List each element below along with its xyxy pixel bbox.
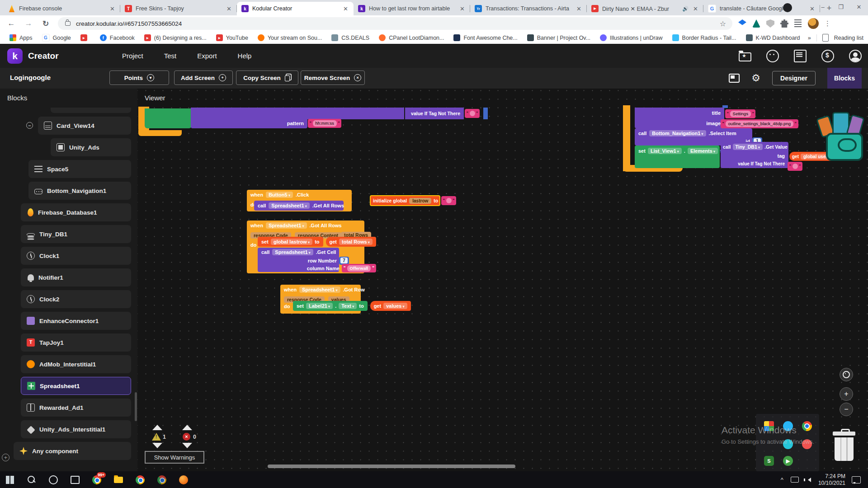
extension-icon[interactable] xyxy=(766,19,774,28)
bookmark-item[interactable]: Illustrations | unDraw xyxy=(600,34,663,41)
show-warnings-button[interactable]: Show Warnings xyxy=(145,451,204,464)
menu-item[interactable]: Export xyxy=(197,52,217,60)
browser-tab[interactable]: Transactions: Transactions - Airta 🔊 ✕ xyxy=(470,2,587,15)
browser-tab[interactable]: Dirty Nano ✕ EMAA - Zbur 🔊 ✕ xyxy=(587,2,703,15)
text-block-empty[interactable] xyxy=(441,196,456,205)
text-value[interactable]: Settings xyxy=(730,111,751,117)
block-clipped-purple[interactable] xyxy=(191,108,404,119)
bookmark-item[interactable] xyxy=(80,34,90,41)
desktop-icon-play[interactable]: ▶ xyxy=(783,456,793,466)
media-queue-icon[interactable] xyxy=(794,19,802,28)
block-init-global-lastrow[interactable]: initialize global lastrow to xyxy=(370,195,440,206)
component-item[interactable]: Notifier1 xyxy=(21,268,131,286)
forward-button[interactable]: → xyxy=(23,18,34,29)
bookmark-item[interactable]: Apps xyxy=(9,34,33,41)
component-item[interactable]: Bottom_Navigation1 xyxy=(28,182,131,200)
tab-close-icon[interactable]: ✕ xyxy=(459,5,466,12)
text-value[interactable]: Offerwall xyxy=(347,265,371,272)
zoom-out-button[interactable]: − xyxy=(840,403,853,416)
bookmark-item[interactable]: (6) Designing a res... xyxy=(144,34,207,41)
block-get-totalrows[interactable]: get total Rows xyxy=(326,237,376,247)
bookmark-star-icon[interactable]: ☆ xyxy=(720,19,726,28)
component-item[interactable]: Spreadsheet1 xyxy=(21,377,131,395)
component-dropdown[interactable]: List_View1 xyxy=(648,148,682,154)
number-block[interactable]: 7 xyxy=(339,257,349,265)
component-item[interactable]: Unity_Ads xyxy=(51,138,131,156)
kodular-logo[interactable]: k xyxy=(7,48,23,64)
blocks-canvas[interactable]: Viewer pattern hh:mm:ss value If Tag Not… xyxy=(137,89,868,471)
tray-expand-icon[interactable]: ^ xyxy=(781,476,783,483)
block-call-getallrows[interactable]: call Spreadsheet1 .Get All Rows xyxy=(254,201,344,211)
property-dropdown[interactable]: Text xyxy=(339,303,357,309)
bookmark-item[interactable]: Font Awesome Che... xyxy=(453,34,517,41)
chrome-icon-2[interactable] xyxy=(156,474,167,485)
extension-icon[interactable] xyxy=(752,19,760,28)
component-item[interactable]: Unity_Ads_Interstitial1 xyxy=(21,420,131,438)
text-block-offerwall[interactable]: Offerwall xyxy=(342,264,376,272)
component-item[interactable]: Rewarded_Ad1 xyxy=(21,399,131,417)
back-button[interactable]: ← xyxy=(5,18,17,29)
cortana-icon[interactable] xyxy=(48,474,59,485)
extensions-puzzle-icon[interactable] xyxy=(780,19,788,28)
component-item[interactable]: Tiny_DB1 xyxy=(21,225,131,243)
start-button[interactable] xyxy=(5,474,15,485)
text-value[interactable]: hh:mm:ss xyxy=(313,120,337,127)
tab-close-icon[interactable]: ✕ xyxy=(342,5,349,12)
bookmark-item[interactable]: Google xyxy=(42,34,71,42)
variable-dropdown[interactable]: values xyxy=(383,303,407,309)
window-minimize-button[interactable]: – xyxy=(814,0,832,14)
variable-dropdown[interactable]: global lastrow xyxy=(271,239,312,245)
browser-avatar[interactable] xyxy=(808,18,819,29)
earnings-icon[interactable] xyxy=(821,50,834,62)
text-block-empty[interactable] xyxy=(465,109,480,118)
bookmark-item[interactable]: CS.DEALS xyxy=(331,34,369,41)
tab-close-icon[interactable]: ✕ xyxy=(576,5,582,12)
taskbar-clock[interactable]: 7:24 PM 10/10/2021 xyxy=(818,473,845,487)
component-dropdown[interactable]: Label21 xyxy=(306,303,333,309)
block-clipped-orange-edge[interactable] xyxy=(623,105,630,171)
browser-profile-icon[interactable] xyxy=(783,3,792,12)
browser-tab[interactable]: How to get last row from airtable 🔊 ✕ xyxy=(354,2,470,15)
docs-icon[interactable] xyxy=(794,50,807,62)
component-item[interactable]: Firebase_Database1 xyxy=(21,203,131,221)
bookmark-item[interactable]: Border Radius - Tail... xyxy=(672,34,736,41)
desktop-icon-chrome[interactable] xyxy=(802,421,812,431)
center-blocks-button[interactable] xyxy=(840,368,853,381)
variable-name[interactable]: lastrow xyxy=(409,198,431,204)
chrome-icon[interactable] xyxy=(135,474,146,485)
component-dropdown[interactable]: Tiny_DB1 xyxy=(733,144,763,150)
account-icon[interactable] xyxy=(849,50,862,62)
component-item[interactable] xyxy=(51,108,131,113)
blocks-toggle-button[interactable]: Blocks xyxy=(827,68,862,89)
property-dropdown[interactable]: Elements xyxy=(688,148,718,154)
block-clipped-blue[interactable] xyxy=(483,108,488,119)
any-component-plus-icon[interactable]: + xyxy=(2,454,9,461)
component-item[interactable]: Any component xyxy=(14,442,131,460)
bookmark-item[interactable]: Banner | Project Ov... xyxy=(527,34,590,41)
block-clipped-orange-bar[interactable] xyxy=(138,130,182,136)
volume-icon[interactable] xyxy=(806,478,811,482)
tab-close-icon[interactable]: ✕ xyxy=(692,5,699,12)
block-get-values[interactable]: get values xyxy=(370,301,411,311)
component-item[interactable]: Clock2 xyxy=(21,290,131,308)
bookmark-item[interactable]: K-WD Dashboard xyxy=(746,34,800,41)
block-set-global-lastrow[interactable]: set global lastrow to xyxy=(258,237,323,247)
component-item[interactable]: Space5 xyxy=(28,160,131,178)
block-call-tinydb-getvalue[interactable]: call Tiny_DB1 .Get Value tag value If Ta… xyxy=(721,142,788,168)
variable-dropdown[interactable]: total Rows xyxy=(339,239,373,245)
taskbar-browser-badged-icon[interactable]: 99+ xyxy=(91,474,102,485)
text-block-empty[interactable] xyxy=(788,162,802,171)
add-screen-button[interactable]: Add Screen+ xyxy=(174,70,233,85)
menu-item[interactable]: Help xyxy=(238,52,252,60)
block-clock-pattern[interactable]: pattern xyxy=(191,118,307,128)
zoom-in-button[interactable]: + xyxy=(840,387,853,401)
text-block-settings[interactable]: Settings xyxy=(725,109,755,118)
points-button[interactable]: Points▾ xyxy=(109,70,169,85)
component-dropdown[interactable]: Spreadsheet1 xyxy=(266,222,307,229)
reload-button[interactable]: ↻ xyxy=(40,18,52,29)
browser-tab[interactable]: Free Skins - Tapjoy 🔊 ✕ xyxy=(120,2,237,15)
component-dropdown[interactable]: Spreadsheet1 xyxy=(269,202,309,209)
address-bar[interactable]: creator.kodular.io/#6571507553665024 ☆ xyxy=(58,17,732,30)
screens-stack-icon[interactable] xyxy=(729,74,740,83)
block-call-getcell[interactable]: call Spreadsheet1 .Get Cell row Number 7… xyxy=(258,248,339,272)
